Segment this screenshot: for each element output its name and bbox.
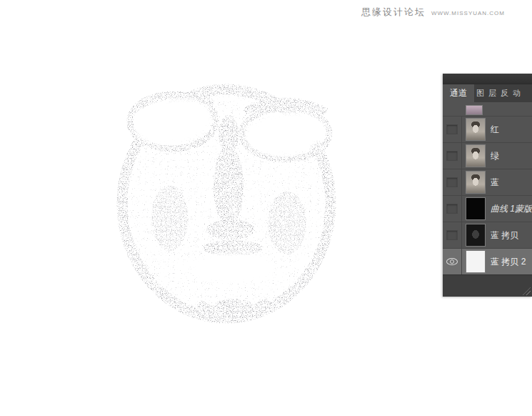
rgb-channel-thumbnail-partial bbox=[466, 106, 482, 114]
visibility-toggle[interactable] bbox=[443, 249, 462, 274]
channel-thumbnail[interactable] bbox=[466, 198, 485, 219]
channel-label: 绿 bbox=[491, 150, 499, 162]
channel-label: 红 bbox=[491, 124, 499, 136]
eye-empty-slot bbox=[446, 177, 458, 187]
channel-thumbnail[interactable] bbox=[466, 224, 485, 246]
channel-row-rgb-partial[interactable] bbox=[443, 101, 532, 117]
channel-label: 蓝 拷贝 bbox=[491, 229, 518, 242]
tab-other-0[interactable]: 图 bbox=[474, 84, 486, 102]
panel-tab-bar: 通道 图 层 反 动 bbox=[443, 84, 532, 102]
tab-other-1[interactable]: 层 bbox=[486, 84, 498, 102]
channel-list: 红 绿 蓝 曲线 1蒙版 蓝 拷贝 蓝 拷贝 2 bbox=[443, 101, 532, 275]
eye-empty-slot bbox=[446, 124, 458, 134]
watermark-site-name: 思缘设计论坛 bbox=[361, 6, 426, 19]
channels-panel: 通道 图 层 反 动 红 绿 蓝 曲线 1蒙版 bbox=[443, 74, 532, 297]
channel-thumbnail[interactable] bbox=[466, 145, 485, 167]
visibility-toggle[interactable] bbox=[443, 196, 462, 222]
channel-row-green[interactable]: 绿 bbox=[443, 143, 532, 169]
tab-channels[interactable]: 通道 bbox=[443, 84, 474, 102]
channel-thumbnail[interactable] bbox=[466, 172, 485, 193]
eye-empty-slot bbox=[446, 151, 458, 161]
eye-empty-slot bbox=[446, 230, 458, 240]
channel-label: 蓝 bbox=[491, 177, 499, 189]
face-sketch-image bbox=[93, 71, 378, 343]
channel-thumbnail[interactable] bbox=[466, 251, 485, 272]
channel-row-blue-copy[interactable]: 蓝 拷贝 bbox=[443, 222, 532, 249]
channel-row-red[interactable]: 红 bbox=[443, 117, 532, 143]
visibility-toggle[interactable] bbox=[443, 117, 462, 142]
visibility-toggle[interactable] bbox=[443, 222, 462, 248]
visibility-toggle[interactable] bbox=[443, 169, 462, 195]
panel-bottom-bar bbox=[443, 274, 532, 297]
watermark: 思缘设计论坛 WWW.MISSYUAN.COM bbox=[361, 6, 505, 19]
tab-other-2[interactable]: 反 bbox=[498, 84, 511, 102]
tab-other-3[interactable]: 动 bbox=[511, 84, 523, 102]
channel-row-curves-mask[interactable]: 曲线 1蒙版 bbox=[443, 196, 532, 222]
channel-thumbnail[interactable] bbox=[466, 119, 485, 140]
channel-row-blue-copy-2[interactable]: 蓝 拷贝 2 bbox=[443, 249, 532, 275]
panel-dock-header[interactable] bbox=[443, 74, 532, 84]
channel-row-blue[interactable]: 蓝 bbox=[443, 169, 532, 196]
eye-empty-slot bbox=[446, 204, 458, 214]
visibility-toggle[interactable] bbox=[443, 143, 462, 169]
eye-icon[interactable] bbox=[446, 258, 458, 265]
panel-resize-grip[interactable] bbox=[523, 287, 531, 295]
channel-label: 蓝 拷贝 2 bbox=[491, 256, 526, 268]
watermark-site-url: WWW.MISSYUAN.COM bbox=[431, 10, 505, 16]
channel-label: 曲线 1蒙版 bbox=[491, 203, 532, 215]
